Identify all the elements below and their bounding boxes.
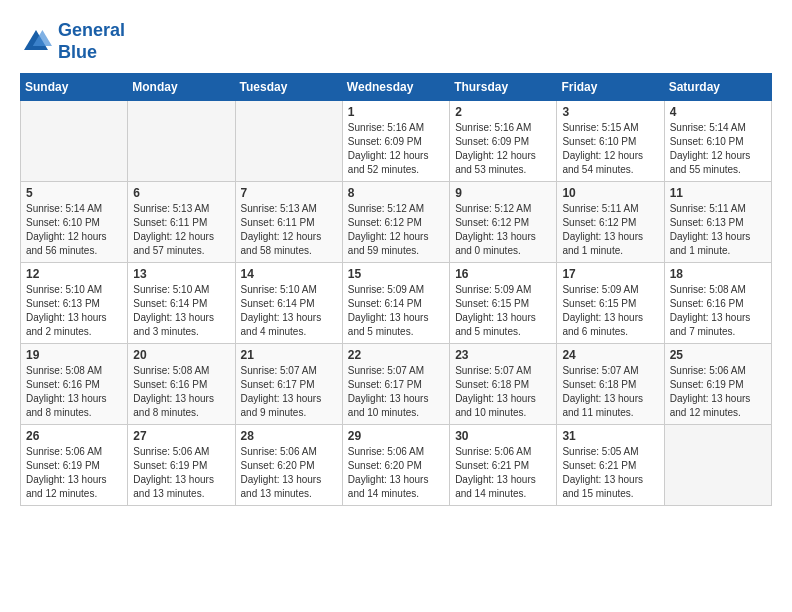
calendar-cell: 9Sunrise: 5:12 AM Sunset: 6:12 PM Daylig…	[450, 182, 557, 263]
day-number: 20	[133, 348, 229, 362]
calendar-cell: 6Sunrise: 5:13 AM Sunset: 6:11 PM Daylig…	[128, 182, 235, 263]
day-info: Sunrise: 5:16 AM Sunset: 6:09 PM Dayligh…	[455, 121, 551, 177]
calendar-cell: 23Sunrise: 5:07 AM Sunset: 6:18 PM Dayli…	[450, 344, 557, 425]
day-number: 25	[670, 348, 766, 362]
day-number: 24	[562, 348, 658, 362]
day-number: 15	[348, 267, 444, 281]
day-info: Sunrise: 5:05 AM Sunset: 6:21 PM Dayligh…	[562, 445, 658, 501]
week-row-4: 19Sunrise: 5:08 AM Sunset: 6:16 PM Dayli…	[21, 344, 772, 425]
day-number: 16	[455, 267, 551, 281]
day-header-thursday: Thursday	[450, 74, 557, 101]
day-number: 1	[348, 105, 444, 119]
calendar-cell: 28Sunrise: 5:06 AM Sunset: 6:20 PM Dayli…	[235, 425, 342, 506]
day-number: 14	[241, 267, 337, 281]
day-number: 26	[26, 429, 122, 443]
day-info: Sunrise: 5:13 AM Sunset: 6:11 PM Dayligh…	[133, 202, 229, 258]
day-header-tuesday: Tuesday	[235, 74, 342, 101]
day-number: 7	[241, 186, 337, 200]
day-info: Sunrise: 5:07 AM Sunset: 6:18 PM Dayligh…	[455, 364, 551, 420]
day-header-friday: Friday	[557, 74, 664, 101]
calendar-cell: 30Sunrise: 5:06 AM Sunset: 6:21 PM Dayli…	[450, 425, 557, 506]
week-row-1: 1Sunrise: 5:16 AM Sunset: 6:09 PM Daylig…	[21, 101, 772, 182]
day-number: 28	[241, 429, 337, 443]
calendar-cell: 2Sunrise: 5:16 AM Sunset: 6:09 PM Daylig…	[450, 101, 557, 182]
day-info: Sunrise: 5:06 AM Sunset: 6:20 PM Dayligh…	[348, 445, 444, 501]
calendar-cell: 13Sunrise: 5:10 AM Sunset: 6:14 PM Dayli…	[128, 263, 235, 344]
calendar-cell	[664, 425, 771, 506]
day-info: Sunrise: 5:09 AM Sunset: 6:15 PM Dayligh…	[562, 283, 658, 339]
page-header: General Blue	[20, 20, 772, 63]
calendar-cell: 7Sunrise: 5:13 AM Sunset: 6:11 PM Daylig…	[235, 182, 342, 263]
calendar-cell: 14Sunrise: 5:10 AM Sunset: 6:14 PM Dayli…	[235, 263, 342, 344]
calendar-cell: 21Sunrise: 5:07 AM Sunset: 6:17 PM Dayli…	[235, 344, 342, 425]
day-info: Sunrise: 5:06 AM Sunset: 6:21 PM Dayligh…	[455, 445, 551, 501]
day-number: 29	[348, 429, 444, 443]
day-info: Sunrise: 5:10 AM Sunset: 6:14 PM Dayligh…	[133, 283, 229, 339]
day-info: Sunrise: 5:06 AM Sunset: 6:20 PM Dayligh…	[241, 445, 337, 501]
calendar-cell	[235, 101, 342, 182]
day-header-saturday: Saturday	[664, 74, 771, 101]
calendar-cell: 26Sunrise: 5:06 AM Sunset: 6:19 PM Dayli…	[21, 425, 128, 506]
day-number: 2	[455, 105, 551, 119]
day-info: Sunrise: 5:06 AM Sunset: 6:19 PM Dayligh…	[670, 364, 766, 420]
day-number: 21	[241, 348, 337, 362]
day-number: 23	[455, 348, 551, 362]
day-info: Sunrise: 5:14 AM Sunset: 6:10 PM Dayligh…	[26, 202, 122, 258]
day-number: 6	[133, 186, 229, 200]
day-number: 12	[26, 267, 122, 281]
day-info: Sunrise: 5:09 AM Sunset: 6:15 PM Dayligh…	[455, 283, 551, 339]
day-info: Sunrise: 5:09 AM Sunset: 6:14 PM Dayligh…	[348, 283, 444, 339]
logo-icon	[20, 26, 52, 58]
calendar-cell: 16Sunrise: 5:09 AM Sunset: 6:15 PM Dayli…	[450, 263, 557, 344]
day-header-sunday: Sunday	[21, 74, 128, 101]
day-number: 31	[562, 429, 658, 443]
week-row-2: 5Sunrise: 5:14 AM Sunset: 6:10 PM Daylig…	[21, 182, 772, 263]
calendar-cell: 27Sunrise: 5:06 AM Sunset: 6:19 PM Dayli…	[128, 425, 235, 506]
calendar-cell: 8Sunrise: 5:12 AM Sunset: 6:12 PM Daylig…	[342, 182, 449, 263]
week-row-3: 12Sunrise: 5:10 AM Sunset: 6:13 PM Dayli…	[21, 263, 772, 344]
day-info: Sunrise: 5:12 AM Sunset: 6:12 PM Dayligh…	[455, 202, 551, 258]
day-number: 11	[670, 186, 766, 200]
calendar-cell: 24Sunrise: 5:07 AM Sunset: 6:18 PM Dayli…	[557, 344, 664, 425]
calendar-cell: 22Sunrise: 5:07 AM Sunset: 6:17 PM Dayli…	[342, 344, 449, 425]
calendar-cell: 5Sunrise: 5:14 AM Sunset: 6:10 PM Daylig…	[21, 182, 128, 263]
day-number: 13	[133, 267, 229, 281]
day-info: Sunrise: 5:07 AM Sunset: 6:17 PM Dayligh…	[348, 364, 444, 420]
day-number: 18	[670, 267, 766, 281]
day-number: 19	[26, 348, 122, 362]
day-info: Sunrise: 5:12 AM Sunset: 6:12 PM Dayligh…	[348, 202, 444, 258]
day-number: 10	[562, 186, 658, 200]
week-row-5: 26Sunrise: 5:06 AM Sunset: 6:19 PM Dayli…	[21, 425, 772, 506]
calendar-table: SundayMondayTuesdayWednesdayThursdayFrid…	[20, 73, 772, 506]
day-info: Sunrise: 5:06 AM Sunset: 6:19 PM Dayligh…	[26, 445, 122, 501]
day-number: 3	[562, 105, 658, 119]
day-info: Sunrise: 5:11 AM Sunset: 6:13 PM Dayligh…	[670, 202, 766, 258]
day-info: Sunrise: 5:06 AM Sunset: 6:19 PM Dayligh…	[133, 445, 229, 501]
day-number: 27	[133, 429, 229, 443]
calendar-cell: 12Sunrise: 5:10 AM Sunset: 6:13 PM Dayli…	[21, 263, 128, 344]
calendar-cell: 10Sunrise: 5:11 AM Sunset: 6:12 PM Dayli…	[557, 182, 664, 263]
calendar-cell: 1Sunrise: 5:16 AM Sunset: 6:09 PM Daylig…	[342, 101, 449, 182]
calendar-cell: 29Sunrise: 5:06 AM Sunset: 6:20 PM Dayli…	[342, 425, 449, 506]
calendar-cell: 3Sunrise: 5:15 AM Sunset: 6:10 PM Daylig…	[557, 101, 664, 182]
day-info: Sunrise: 5:07 AM Sunset: 6:18 PM Dayligh…	[562, 364, 658, 420]
calendar-cell: 4Sunrise: 5:14 AM Sunset: 6:10 PM Daylig…	[664, 101, 771, 182]
calendar-cell	[21, 101, 128, 182]
day-info: Sunrise: 5:08 AM Sunset: 6:16 PM Dayligh…	[670, 283, 766, 339]
day-number: 17	[562, 267, 658, 281]
calendar-cell	[128, 101, 235, 182]
logo: General Blue	[20, 20, 125, 63]
calendar-cell: 17Sunrise: 5:09 AM Sunset: 6:15 PM Dayli…	[557, 263, 664, 344]
day-info: Sunrise: 5:10 AM Sunset: 6:13 PM Dayligh…	[26, 283, 122, 339]
calendar-cell: 19Sunrise: 5:08 AM Sunset: 6:16 PM Dayli…	[21, 344, 128, 425]
day-number: 9	[455, 186, 551, 200]
calendar-cell: 31Sunrise: 5:05 AM Sunset: 6:21 PM Dayli…	[557, 425, 664, 506]
calendar-cell: 15Sunrise: 5:09 AM Sunset: 6:14 PM Dayli…	[342, 263, 449, 344]
day-info: Sunrise: 5:16 AM Sunset: 6:09 PM Dayligh…	[348, 121, 444, 177]
day-info: Sunrise: 5:07 AM Sunset: 6:17 PM Dayligh…	[241, 364, 337, 420]
calendar-cell: 25Sunrise: 5:06 AM Sunset: 6:19 PM Dayli…	[664, 344, 771, 425]
day-number: 30	[455, 429, 551, 443]
day-number: 5	[26, 186, 122, 200]
calendar-cell: 18Sunrise: 5:08 AM Sunset: 6:16 PM Dayli…	[664, 263, 771, 344]
day-info: Sunrise: 5:10 AM Sunset: 6:14 PM Dayligh…	[241, 283, 337, 339]
